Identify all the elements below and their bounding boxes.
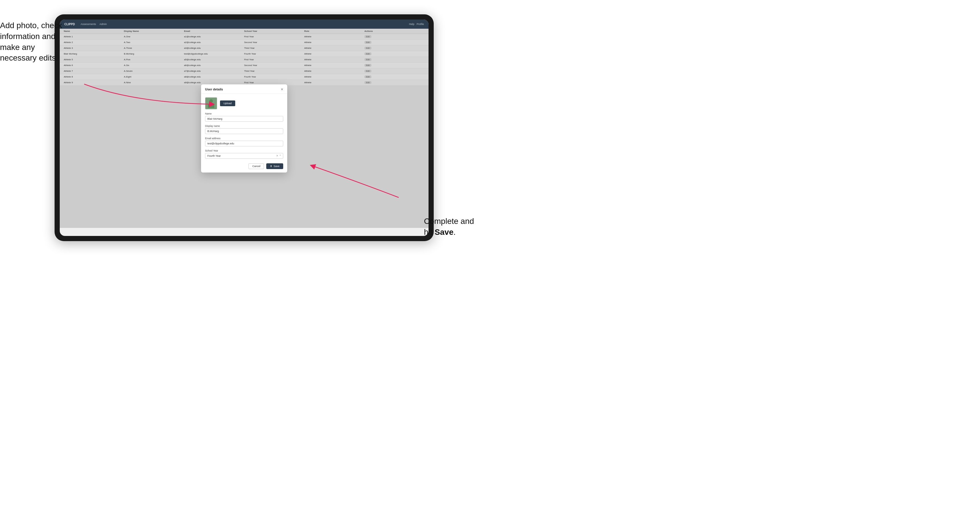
email-label: Email address — [205, 137, 283, 140]
modal-header: User details × — [201, 84, 287, 94]
school-year-input[interactable] — [205, 153, 283, 159]
modal-footer: Cancel ⬆ Save — [201, 163, 287, 173]
display-name-label: Display name — [205, 125, 283, 127]
app-header: CLIPPD Assessments Admin Help Profile — [60, 19, 428, 29]
right-annotation-period: . — [453, 228, 456, 237]
school-year-field-group: School Year × ⌃ — [205, 149, 283, 159]
tablet-screen: CLIPPD Assessments Admin Help Profile Ac… — [60, 19, 428, 236]
nav-profile[interactable]: Profile — [417, 23, 424, 25]
tablet-frame: CLIPPD Assessments Admin Help Profile Ac… — [54, 14, 434, 241]
email-input[interactable] — [205, 141, 283, 146]
right-annotation-hit: hit — [424, 228, 434, 237]
user-details-modal: User details × Upload Name — [201, 84, 287, 173]
save-icon: ⬆ — [270, 165, 272, 168]
display-name-field-group: Display name — [205, 125, 283, 134]
modal-title: User details — [205, 87, 223, 91]
left-annotation: Add photo, check information and make an… — [0, 20, 69, 63]
school-year-select-wrapper: × ⌃ — [205, 153, 283, 159]
name-input[interactable] — [205, 116, 283, 122]
app-nav: Assessments Admin — [81, 23, 107, 25]
save-label: Save — [274, 165, 280, 168]
name-label: Name — [205, 112, 283, 115]
school-year-clear-button[interactable]: × — [276, 154, 278, 157]
school-year-chevron-icon[interactable]: ⌃ — [279, 154, 282, 157]
photo-section: Upload — [205, 97, 283, 110]
nav-admin[interactable]: Admin — [99, 23, 107, 25]
save-button[interactable]: ⬆ Save — [266, 163, 283, 169]
modal-backdrop: User details × Upload Name — [60, 29, 428, 228]
right-annotation: Complete and hit Save. — [424, 216, 487, 238]
modal-close-button[interactable]: × — [281, 87, 283, 91]
modal-body: Upload Name Display name — [201, 94, 287, 162]
name-field-group: Name — [205, 112, 283, 122]
cancel-button[interactable]: Cancel — [248, 163, 264, 169]
right-annotation-line2: hit Save. — [424, 228, 456, 237]
school-year-label: School Year — [205, 149, 283, 152]
app-header-right: Help Profile — [409, 23, 424, 25]
right-annotation-line1: Complete and — [424, 217, 474, 225]
right-annotation-save: Save — [434, 228, 453, 237]
nav-assessments[interactable]: Assessments — [81, 23, 96, 25]
display-name-input[interactable] — [205, 128, 283, 134]
user-photo — [205, 97, 217, 110]
main-content: Account > Athletes (list) Add Name Displ… — [60, 29, 428, 228]
email-field-group: Email address — [205, 137, 283, 146]
upload-button[interactable]: Upload — [220, 100, 235, 106]
nav-help[interactable]: Help — [409, 23, 414, 25]
